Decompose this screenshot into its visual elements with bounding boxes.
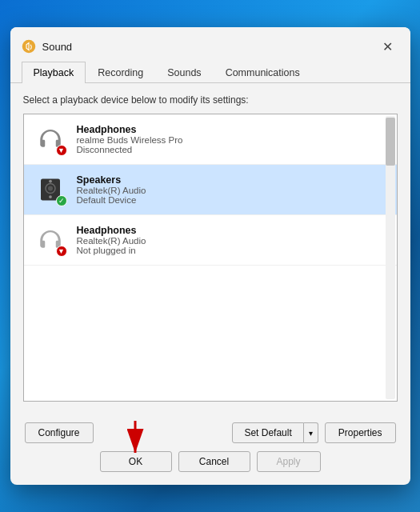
ok-button[interactable]: OK	[100, 451, 172, 472]
sound-dialog: Sound ✕ Playback Recording Sounds Commun…	[10, 27, 410, 485]
device-sub-2: Realtek(R) Audio	[77, 186, 387, 195]
dialog-title: Sound	[42, 41, 73, 53]
device-status-3: Not plugged in	[77, 246, 387, 255]
device-icon-1: ▼	[34, 122, 67, 156]
svg-point-5	[49, 195, 52, 198]
configure-button[interactable]: Configure	[25, 422, 94, 443]
status-badge-1: ▼	[56, 145, 67, 156]
device-icon-2: ✓	[34, 173, 67, 206]
subtitle-text: Select a playback device below to modify…	[23, 94, 398, 106]
tab-recording[interactable]: Recording	[86, 62, 155, 83]
scrollbar[interactable]	[386, 116, 395, 399]
svg-point-4	[49, 180, 52, 183]
close-button[interactable]: ✕	[377, 38, 399, 55]
device-item-headphones-disconnected[interactable]: ▼ Headphones realme Buds Wireless Pro Di…	[24, 114, 397, 165]
properties-button[interactable]: Properties	[325, 422, 396, 443]
apply-button[interactable]: Apply	[257, 451, 321, 472]
tab-bar: Playback Recording Sounds Communications	[10, 61, 410, 83]
device-info-2: Speakers Realtek(R) Audio Default Device	[77, 174, 387, 205]
device-sub-1: realme Buds Wireless Pro	[77, 135, 387, 145]
device-item-speakers-default[interactable]: ✓ Speakers Realtek(R) Audio Default Devi…	[24, 165, 397, 215]
cancel-button[interactable]: Cancel	[178, 451, 250, 472]
scrollbar-thumb	[386, 118, 395, 166]
tab-sounds[interactable]: Sounds	[155, 62, 213, 83]
device-status-2: Default Device	[77, 195, 387, 205]
set-default-group: Set Default ▾ Properties	[232, 422, 395, 443]
button-row-primary: Configure Set Default ▾ Properties	[23, 422, 398, 443]
sound-icon	[22, 39, 36, 54]
device-name-1: Headphones	[77, 124, 387, 135]
status-badge-3: ▼	[56, 246, 67, 257]
button-row-secondary: OK Cancel Apply	[23, 451, 398, 472]
status-badge-2: ✓	[56, 195, 67, 206]
tab-playback[interactable]: Playback	[22, 62, 86, 83]
content-area: Select a playback device below to modify…	[10, 83, 410, 413]
device-info-1: Headphones realme Buds Wireless Pro Disc…	[77, 124, 387, 154]
set-default-button[interactable]: Set Default	[232, 422, 303, 443]
svg-point-3	[48, 186, 53, 191]
tab-communications[interactable]: Communications	[214, 62, 312, 83]
device-icon-3: ▼	[34, 223, 67, 257]
device-name-2: Speakers	[77, 174, 387, 186]
set-default-with-dropdown: Set Default ▾	[232, 422, 318, 443]
title-bar: Sound ✕	[10, 27, 410, 58]
device-info-3: Headphones Realtek(R) Audio Not plugged …	[77, 225, 387, 255]
device-name-3: Headphones	[77, 225, 387, 236]
device-status-1: Disconnected	[77, 145, 387, 154]
device-item-headphones-unplugged[interactable]: ▼ Headphones Realtek(R) Audio Not plugge…	[24, 215, 397, 266]
bottom-section: Configure Set Default ▾ Properties	[10, 422, 410, 485]
device-list: ▼ Headphones realme Buds Wireless Pro Di…	[23, 114, 398, 402]
device-sub-3: Realtek(R) Audio	[77, 236, 387, 246]
title-bar-left: Sound	[22, 39, 73, 54]
set-default-dropdown-button[interactable]: ▾	[304, 422, 318, 443]
